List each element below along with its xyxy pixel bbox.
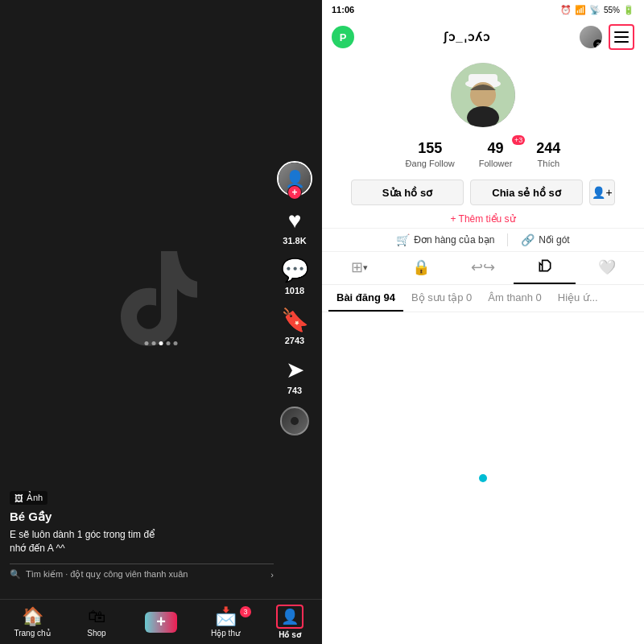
bottom-navigation: 🏠 Trang chủ 🛍 Shop + 📩 Hộp thư 3 👤 Hồ sơ: [0, 599, 322, 644]
bio-section: + Thêm tiểu sử: [322, 210, 644, 228]
tab-sounds[interactable]: Âm thanh 0: [480, 285, 550, 312]
likes-label: Thích: [538, 159, 560, 168]
followers-label: Follower: [479, 159, 513, 168]
nav-add[interactable]: +: [129, 612, 193, 633]
nav-inbox[interactable]: 📩 Hộp thư 3: [193, 606, 258, 638]
username-display: ʃɔ_ˌɔʎɔ: [444, 30, 489, 44]
link-icon: 🔗: [521, 233, 535, 246]
profile-active-indicator: 👤: [276, 605, 303, 629]
inbox-icon: 📩: [215, 606, 237, 627]
menu-line-1: [614, 31, 629, 33]
tab-repost[interactable]: ↩↪: [452, 252, 514, 284]
search-text: Tìm kiếm · đột quỵ công viên thanh xuân: [26, 569, 188, 580]
nav-shop[interactable]: 🛍 Shop: [64, 606, 129, 638]
post-filter-tabs: Bài đăng 94 Bộ sưu tập 0 Âm thanh 0 Hiệu…: [322, 285, 644, 312]
menu-line-3: [614, 41, 629, 43]
shop-icon: 🛍: [88, 606, 105, 627]
dot-2: [152, 341, 156, 345]
dot-5: [174, 341, 178, 345]
heart-outline-icon: 🤍: [598, 258, 616, 276]
profile-action-buttons: Sửa hồ sơ Chia sẻ hồ sơ 👤+: [322, 175, 644, 210]
notification-avatar[interactable]: 2: [580, 26, 602, 48]
profile-avatar[interactable]: [451, 63, 515, 127]
tab-saved[interactable]: 🤍: [576, 252, 638, 284]
connect-section[interactable]: 🔗 Nối gót: [521, 233, 569, 246]
share-icon: ➤: [286, 357, 304, 383]
following-stat[interactable]: 155 Đang Follow: [406, 140, 455, 168]
tab-lock[interactable]: 🔒: [390, 252, 452, 284]
new-followers-badge: +3: [512, 135, 525, 145]
order-label: Đơn hàng của bạn: [414, 234, 494, 246]
notification-count: 2: [593, 39, 602, 48]
tab-liked[interactable]: [514, 252, 576, 284]
right-panel: 11:06 ⏰ 📶 📡 55% 🔋 P ʃɔ_ˌɔʎɔ 2: [322, 0, 644, 644]
video-title: Bé Gầy: [10, 510, 274, 524]
top-right-actions: 2: [580, 24, 634, 50]
add-button[interactable]: +: [145, 612, 177, 633]
share-action[interactable]: ➤ 743: [286, 357, 304, 395]
content-grid: [322, 312, 644, 644]
add-bio-link[interactable]: + Thêm tiểu sử: [450, 213, 515, 225]
loading-indicator: [479, 474, 487, 482]
inbox-badge: 3: [240, 606, 251, 617]
comment-action[interactable]: 💬 1018: [281, 257, 309, 295]
status-bar: 11:06 ⏰ 📶 📡 55% 🔋: [322, 0, 644, 19]
image-icon: 🖼: [14, 493, 23, 503]
tab-posts[interactable]: Bài đăng 94: [328, 285, 403, 312]
following-count: 155: [418, 140, 442, 157]
edit-profile-button[interactable]: Sửa hồ sơ: [351, 180, 464, 205]
dot-1: [145, 341, 149, 345]
arrow-icon: ›: [270, 570, 274, 580]
profile-label: Hồ sơ: [279, 630, 301, 639]
profile-avatar-section: [322, 55, 644, 134]
likes-stat[interactable]: 244 Thích: [536, 140, 560, 168]
menu-line-2: [614, 36, 629, 38]
creator-avatar[interactable]: 👤 +: [277, 161, 312, 196]
content-type-tabs: ⊞ ▾ 🔒 ↩↪ 🤍: [322, 252, 644, 285]
heart-icon: ♥: [288, 208, 302, 233]
top-navigation: P ʃɔ_ˌɔʎɔ 2: [322, 19, 644, 55]
music-disc[interactable]: [280, 407, 309, 436]
share-count: 743: [287, 386, 302, 395]
bookmark-action[interactable]: 🔖 2743: [281, 307, 309, 345]
like-count: 31.8K: [283, 236, 306, 246]
tab-effects[interactable]: Hiệu ứ...: [550, 285, 606, 312]
p-badge[interactable]: P: [332, 26, 354, 48]
profile-stats: 155 Đang Follow 49 +3 Follower 244 Thích: [322, 134, 644, 175]
likes-count: 244: [536, 140, 560, 157]
tab-grid[interactable]: ⊞ ▾: [328, 252, 390, 284]
status-time: 11:06: [332, 5, 354, 14]
tab-arrow: ▾: [363, 262, 368, 273]
video-info: 🖼 Ảnh Bé Gầy E sẽ luôn dành 1 góc trong …: [10, 490, 274, 580]
order-history[interactable]: 🛒 Đơn hàng của bạn: [396, 233, 494, 246]
comment-icon: 💬: [281, 257, 309, 283]
tiktok-watermark: [121, 251, 201, 369]
shop-label: Shop: [87, 629, 105, 638]
status-icons: ⏰ 📶 📡 55% 🔋: [560, 5, 634, 15]
like-action[interactable]: ♥ 31.8K: [283, 208, 306, 246]
tab-collections[interactable]: Bộ sưu tập 0: [403, 285, 480, 312]
wifi-icon: 📶: [575, 5, 586, 15]
followers-count: 49: [488, 140, 504, 157]
alarm-icon: ⏰: [560, 5, 572, 15]
menu-button[interactable]: [609, 24, 634, 50]
dot-3: [159, 341, 163, 345]
dot-4: [167, 341, 171, 345]
share-profile-button[interactable]: Chia sẻ hồ sơ: [470, 180, 583, 205]
profile-icon: 👤: [281, 609, 299, 625]
nav-home[interactable]: 🏠 Trang chủ: [0, 606, 64, 638]
orders-section: 🛒 Đơn hàng của bạn 🔗 Nối gót: [322, 228, 644, 252]
profile-avatar-image: [451, 63, 515, 127]
followers-stat[interactable]: 49 +3 Follower: [479, 140, 513, 168]
battery-icon: 🔋: [623, 5, 634, 15]
video-description: E sẽ luôn dành 1 góc trong tim để nhớ đế…: [10, 528, 274, 555]
cart-icon: 🛒: [396, 233, 410, 246]
slide-indicator: [145, 341, 178, 345]
add-friend-icon: 👤+: [592, 186, 612, 199]
search-bar[interactable]: 🔍 Tìm kiếm · đột quỵ công viên thanh xuâ…: [10, 564, 274, 580]
nav-profile[interactable]: 👤 Hồ sơ: [258, 605, 322, 639]
lock-icon: 🔒: [412, 258, 430, 276]
left-panel: 👤 + ♥ 31.8K 💬 1018 🔖 2743 ➤ 743 🖼: [0, 0, 322, 644]
grid-icon: ⊞: [351, 258, 363, 276]
add-friend-button[interactable]: 👤+: [589, 180, 615, 205]
